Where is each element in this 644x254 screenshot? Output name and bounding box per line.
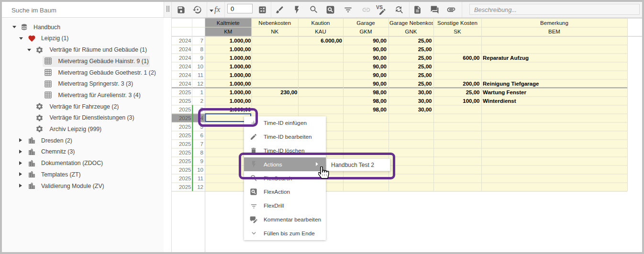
svg-text:25,00: 25,00 (418, 38, 432, 44)
svg-text:Bemerkung: Bemerkung (540, 20, 568, 26)
svg-text:2024: 2024 (179, 55, 191, 61)
svg-text:25,00: 25,00 (418, 46, 432, 52)
svg-text:BEM: BEM (548, 29, 560, 34)
svg-text:1.000,00: 1.000,00 (230, 46, 251, 52)
svg-text:2025: 2025 (179, 150, 191, 155)
svg-text:2024: 2024 (179, 81, 191, 87)
svg-text:1.000,00: 1.000,00 (230, 89, 251, 95)
svg-text:90,00: 90,00 (373, 64, 387, 69)
svg-text:25,00: 25,00 (418, 81, 432, 87)
svg-text:600,00: 600,00 (463, 55, 479, 61)
svg-text:30,00: 30,00 (418, 107, 432, 112)
svg-text:Kaution: Kaution (311, 20, 330, 26)
svg-text:90,00: 90,00 (373, 55, 387, 61)
svg-text:8: 8 (200, 150, 203, 155)
svg-text:VS: VS (376, 4, 383, 10)
svg-text:2025: 2025 (179, 89, 191, 95)
svg-text:2025: 2025 (179, 107, 191, 112)
svg-text:Sonstige Kosten: Sonstige Kosten (437, 20, 477, 26)
svg-text:1.000,00: 1.000,00 (230, 72, 251, 78)
svg-text:GKM: GKM (359, 29, 372, 34)
svg-text:Reinigung Tiefgarage: Reinigung Tiefgarage (483, 81, 539, 87)
svg-text:1: 1 (200, 89, 203, 95)
svg-text:1.000,00: 1.000,00 (230, 64, 251, 69)
svg-text:6.000,00: 6.000,00 (321, 38, 342, 44)
svg-text:2024: 2024 (179, 72, 191, 78)
svg-text:25,00: 25,00 (418, 64, 432, 69)
svg-text:98,00: 98,00 (373, 89, 387, 95)
svg-text:98,00: 98,00 (373, 98, 387, 104)
svg-text:2025: 2025 (179, 124, 191, 130)
svg-text:9: 9 (200, 55, 203, 61)
svg-text:9: 9 (200, 158, 203, 164)
svg-text:KAU: KAU (315, 29, 326, 34)
svg-text:8: 8 (200, 46, 203, 52)
svg-text:1.000,00: 1.000,00 (230, 81, 251, 87)
svg-text:1.000,00: 1.000,00 (230, 98, 251, 104)
svg-text:Winterdienst: Winterdienst (483, 98, 516, 104)
svg-text:2025: 2025 (179, 133, 191, 138)
svg-text:GNK: GNK (405, 29, 417, 34)
svg-text:7: 7 (200, 141, 203, 147)
svg-text:25,00: 25,00 (466, 89, 480, 95)
svg-text:2025: 2025 (179, 176, 191, 181)
svg-text:1.000,00: 1.000,00 (230, 38, 251, 44)
svg-text:2025: 2025 (179, 184, 191, 190)
svg-text:7: 7 (200, 38, 203, 44)
svg-text:30,00: 30,00 (418, 89, 432, 95)
svg-text:30,00: 30,00 (418, 98, 432, 104)
svg-text:2: 2 (200, 98, 203, 104)
svg-text:10: 10 (197, 167, 203, 173)
svg-text:2025: 2025 (179, 115, 191, 121)
svg-text:12: 12 (197, 184, 203, 190)
svg-text:6: 6 (200, 133, 203, 138)
svg-text:10: 10 (197, 64, 203, 69)
svg-text:11: 11 (198, 176, 203, 181)
svg-text:Kaltmiete: Kaltmiete (217, 20, 240, 26)
svg-text:90,00: 90,00 (373, 72, 387, 78)
svg-text:Wartung Fenster: Wartung Fenster (483, 89, 526, 95)
svg-text:100,00: 100,00 (463, 98, 479, 104)
svg-text:2024: 2024 (179, 64, 191, 69)
svg-text:90,00: 90,00 (373, 81, 387, 87)
svg-text:2024: 2024 (179, 38, 191, 44)
svg-text:12: 12 (197, 81, 203, 87)
svg-text:25,00: 25,00 (418, 72, 432, 78)
svg-text:2025: 2025 (179, 158, 191, 164)
svg-text:1.000,00: 1.000,00 (230, 55, 251, 61)
svg-text:230,00: 230,00 (280, 89, 297, 95)
svg-text:2025: 2025 (179, 141, 191, 147)
svg-text:Reparatur Aufzug: Reparatur Aufzug (483, 55, 529, 61)
svg-text:Garage Nebenkoste: Garage Nebenkoste (389, 20, 439, 26)
svg-text:2024: 2024 (179, 46, 191, 52)
svg-text:Garage: Garage (356, 20, 375, 26)
svg-text:200,00: 200,00 (463, 81, 479, 87)
svg-text:NK: NK (271, 29, 278, 34)
svg-text:2025: 2025 (179, 98, 191, 104)
svg-text:SK: SK (454, 29, 461, 34)
svg-text:Nebenkosten: Nebenkosten (258, 20, 291, 26)
svg-text:90,00: 90,00 (373, 38, 387, 44)
svg-text:90,00: 90,00 (373, 46, 387, 52)
svg-text:98,00: 98,00 (373, 107, 387, 112)
svg-text:2025: 2025 (179, 167, 191, 173)
svg-text:25,00: 25,00 (418, 55, 432, 61)
svg-text:KM: KM (224, 29, 232, 34)
svg-text:11: 11 (198, 72, 203, 78)
